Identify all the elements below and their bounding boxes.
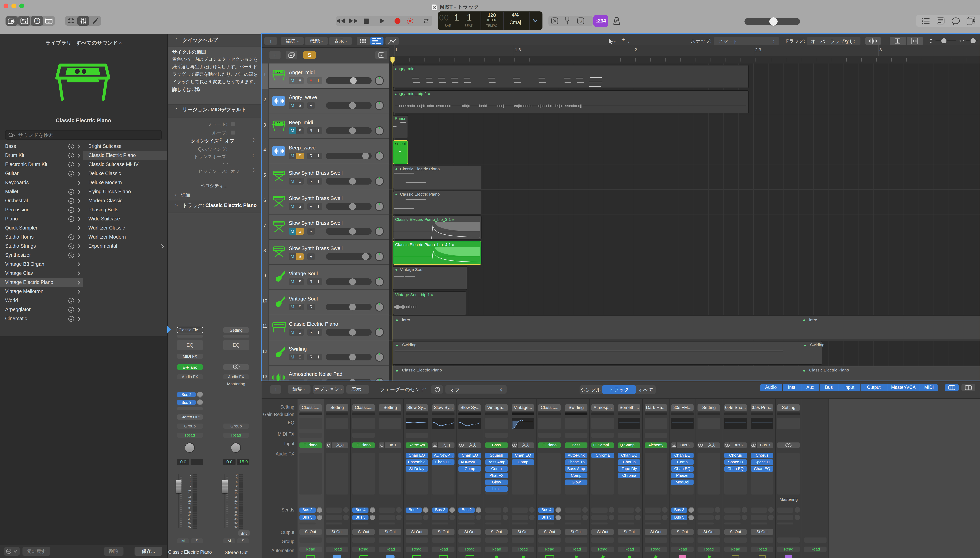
svg-text:?: ? [36, 19, 38, 23]
svg-text:S: S [579, 19, 582, 23]
